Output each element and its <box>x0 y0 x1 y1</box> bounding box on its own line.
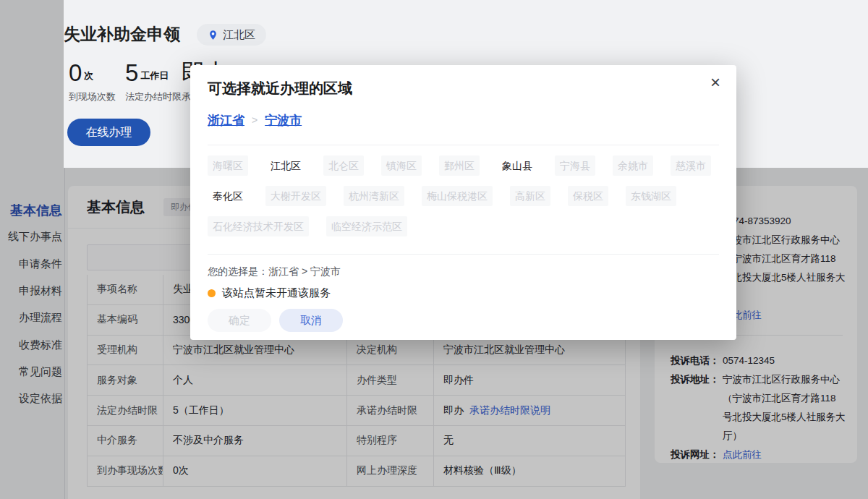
selection-text: 您的选择是：浙江省 > 宁波市 <box>208 264 719 278</box>
region-select-modal: 可选择就近办理的区域 × 浙江省 > 宁波市 海曙区 江北区 北仑区 镇海区 鄞… <box>190 65 736 340</box>
divider <box>208 254 719 255</box>
chevron-right-icon: > <box>252 114 258 126</box>
stat-label: 到现场次数 <box>69 90 125 103</box>
location-badge[interactable]: 江北区 <box>197 24 266 46</box>
region-chip[interactable]: 东钱湖区 <box>626 186 676 206</box>
stat-label: 法定办结时限 <box>125 90 182 103</box>
region-chip[interactable]: 鄞州区 <box>439 155 480 176</box>
cancel-button[interactable]: 取消 <box>279 309 343 332</box>
region-chip[interactable]: 保税区 <box>568 186 608 206</box>
divider <box>208 145 719 145</box>
stat-item: 0 次 到现场次数 <box>69 61 125 103</box>
stat-value: 5 <box>125 61 138 85</box>
modal-title: 可选择就近办理的区域 <box>208 78 719 98</box>
region-chip[interactable]: 江北区 <box>265 155 306 176</box>
breadcrumb-province[interactable]: 浙江省 <box>208 112 244 129</box>
dim-overlay-left <box>0 0 64 168</box>
region-chip[interactable]: 慈溪市 <box>671 155 711 176</box>
close-icon[interactable]: × <box>710 74 720 91</box>
region-chip[interactable]: 余姚市 <box>613 155 653 176</box>
stat-unit: 次 <box>84 69 93 82</box>
page-title: 失业补助金申领 <box>64 23 180 46</box>
online-apply-button[interactable]: 在线办理 <box>67 119 150 146</box>
warning-dot-icon <box>208 289 216 297</box>
warning-text: 该站点暂未开通该服务 <box>222 286 331 300</box>
stat-value: 0 <box>69 61 82 85</box>
stat-item: 5 工作日 法定办结时限 <box>125 61 182 103</box>
region-chip[interactable]: 北仑区 <box>323 155 364 176</box>
stat-unit: 工作日 <box>140 69 169 82</box>
region-chip-list: 海曙区 江北区 北仑区 镇海区 鄞州区 象山县 宁海县 余姚市 慈溪市 奉化区 … <box>208 155 719 236</box>
modal-buttons: 确定 取消 <box>208 309 719 332</box>
region-chip[interactable]: 梅山保税港区 <box>422 186 493 206</box>
breadcrumb-city[interactable]: 宁波市 <box>265 112 302 129</box>
location-pin-icon <box>208 30 218 40</box>
region-chip[interactable]: 高新区 <box>510 186 550 206</box>
page: 失业补助金申领 江北区 0 次 到现场次数 5 工作日 法定办结时限 <box>0 0 868 499</box>
region-chip[interactable]: 大榭开发区 <box>265 186 326 206</box>
breadcrumb: 浙江省 > 宁波市 <box>208 111 719 129</box>
region-chip[interactable]: 宁海县 <box>555 155 595 176</box>
warning-row: 该站点暂未开通该服务 <box>208 285 719 301</box>
region-chip[interactable]: 镇海区 <box>381 155 422 176</box>
region-chip[interactable]: 海曙区 <box>208 155 248 176</box>
region-chip[interactable]: 临空经济示范区 <box>326 216 407 236</box>
region-chip[interactable]: 象山县 <box>497 155 537 176</box>
location-badge-label: 江北区 <box>223 28 255 42</box>
region-chip[interactable]: 石化经济技术开发区 <box>208 216 309 236</box>
region-chip[interactable]: 杭州湾新区 <box>344 186 404 206</box>
region-chip[interactable]: 奉化区 <box>208 186 248 206</box>
confirm-button[interactable]: 确定 <box>208 309 271 332</box>
